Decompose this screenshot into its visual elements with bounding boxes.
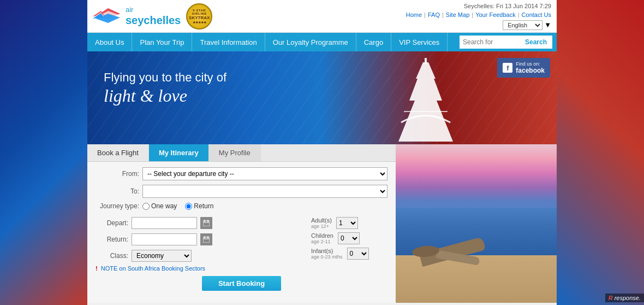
nav-search-area: Search: [455, 33, 557, 51]
search-button[interactable]: Search: [520, 36, 552, 49]
nav-travel-info[interactable]: Travel Information: [192, 33, 265, 51]
from-label: From:: [96, 170, 139, 178]
depart-label: Depart:: [96, 219, 128, 227]
banner-text: Flying you to the city of light & love: [104, 71, 226, 106]
facebook-badge[interactable]: f Find us on: facebook: [497, 58, 550, 78]
nav-about-us[interactable]: About Us: [87, 33, 132, 51]
south-africa-note-link[interactable]: NOTE on South Africa Booking Sectors: [101, 265, 205, 272]
top-bar: air seychelles 5 STAR AIRLINE SKYTRAX ★★…: [87, 0, 557, 33]
feedback-link[interactable]: Your Feedback: [475, 11, 516, 18]
adults-age: age 12+: [311, 224, 332, 229]
booking-form: From: -- Select your departure city -- T…: [87, 162, 396, 217]
contact-link[interactable]: Contact Us: [522, 11, 551, 18]
facebook-text: Find us on: facebook: [516, 61, 545, 74]
content-area: Book a Flight My Itinerary My Profile Fr…: [87, 144, 557, 303]
skytrax-badge: 5 STAR AIRLINE SKYTRAX ★★★★★: [186, 3, 212, 30]
children-select[interactable]: 0123: [338, 232, 360, 244]
search-input[interactable]: [460, 36, 520, 49]
children-label: Children: [311, 232, 333, 239]
dropdown-arrow-icon: ▼: [544, 21, 551, 29]
note-row: ! NOTE on South Africa Booking Sectors: [87, 263, 396, 274]
start-booking-button[interactable]: Start Booking: [202, 276, 281, 291]
depart-row: Depart:: [96, 217, 300, 229]
nav-vip[interactable]: VIP Services: [391, 33, 448, 51]
journey-row: Journey type: One way Return: [96, 202, 387, 210]
svg-rect-17: [203, 237, 210, 243]
return-option[interactable]: Return: [185, 202, 213, 210]
eiffel-tower-icon: [393, 57, 458, 144]
logo-area: air seychelles 5 STAR AIRLINE SKYTRAX ★★…: [87, 3, 212, 30]
journey-radio-group: One way Return: [142, 202, 213, 210]
language-selector[interactable]: English Français Deutsch ▼: [503, 20, 551, 30]
from-select[interactable]: -- Select your departure city --: [142, 167, 387, 180]
return-date-label: Return:: [96, 236, 128, 243]
beach-photo: [396, 144, 557, 303]
note-symbol: !: [96, 265, 98, 272]
class-row: Class: Economy Business First: [96, 250, 300, 262]
tab-my-profile[interactable]: My Profile: [209, 144, 261, 161]
passengers-area: Adult(s) age 12+ 12345 Children age 2-11: [311, 217, 387, 263]
faq-link[interactable]: FAQ: [428, 11, 440, 18]
photo-panel: [396, 144, 557, 303]
to-label: To:: [96, 187, 139, 195]
bottom-form: Depart: Return:: [87, 217, 396, 263]
tabs-bar: Book a Flight My Itinerary My Profile: [87, 144, 396, 162]
infants-select[interactable]: 012: [347, 248, 369, 260]
svg-marker-8: [398, 101, 453, 142]
infants-row: Infant(s) age 0-23 mths 012: [311, 248, 387, 260]
calendar-icon-2: [203, 236, 210, 243]
one-way-radio[interactable]: [142, 203, 150, 210]
svg-marker-9: [409, 79, 442, 101]
calendar-icon: [203, 220, 210, 226]
dates-class-area: Depart: Return:: [96, 217, 300, 263]
tab-book-flight[interactable]: Book a Flight: [87, 144, 149, 161]
from-row: From: -- Select your departure city --: [96, 167, 387, 180]
booking-panel: Book a Flight My Itinerary My Profile Fr…: [87, 144, 396, 303]
svg-marker-10: [416, 62, 436, 79]
svg-rect-11: [425, 58, 427, 63]
children-row: Children age 2-11 0123: [311, 232, 387, 244]
depart-input[interactable]: [132, 217, 197, 229]
home-link[interactable]: Home: [406, 11, 422, 18]
one-way-option[interactable]: One way: [142, 202, 177, 210]
to-row: To:: [96, 185, 387, 198]
hero-banner: Flying you to the city of light & love f…: [87, 51, 557, 144]
infants-label: Infant(s): [311, 248, 343, 254]
return-calendar-button[interactable]: [200, 233, 212, 245]
return-input[interactable]: [132, 233, 197, 245]
bg-right-panel: [557, 0, 644, 305]
bg-left-panel: [0, 0, 87, 305]
date-info: Seychelles: Fri 13 Jun 2014 7:29: [464, 3, 551, 9]
top-links: Home | FAQ | Site Map | Your Feedback | …: [406, 11, 551, 18]
journey-label: Journey type:: [96, 202, 139, 210]
depart-calendar-button[interactable]: [200, 217, 212, 229]
banner-line1: Flying you to the city of: [104, 71, 226, 85]
class-label: Class:: [96, 252, 128, 260]
watermark: R response.: [605, 294, 644, 302]
banner-line2: light & love: [104, 86, 226, 106]
nav-plan-trip[interactable]: Plan Your Trip: [132, 33, 192, 51]
main-wrapper: air seychelles 5 STAR AIRLINE SKYTRAX ★★…: [87, 0, 557, 305]
nav-cargo[interactable]: Cargo: [356, 33, 391, 51]
facebook-icon: f: [503, 63, 512, 73]
top-right: Seychelles: Fri 13 Jun 2014 7:29 Home | …: [406, 3, 551, 30]
logo-text: air seychelles: [126, 6, 181, 26]
logo-bird-icon: [93, 5, 123, 27]
nav-bar: About Us Plan Your Trip Travel Informati…: [87, 33, 557, 51]
children-age: age 2-11: [311, 239, 333, 244]
adults-row: Adult(s) age 12+ 12345: [311, 217, 387, 229]
class-select[interactable]: Economy Business First: [132, 250, 192, 262]
sitemap-link[interactable]: Site Map: [446, 11, 469, 18]
infants-age: age 0-23 mths: [311, 254, 343, 260]
return-date-row: Return:: [96, 233, 300, 245]
adults-label: Adult(s): [311, 217, 332, 224]
language-dropdown[interactable]: English Français Deutsch: [503, 20, 542, 30]
adults-select[interactable]: 12345: [336, 217, 358, 229]
tab-my-itinerary[interactable]: My Itinerary: [149, 144, 209, 161]
to-select[interactable]: [142, 185, 387, 198]
nav-loyalty[interactable]: Our Loyalty Programme: [265, 33, 356, 51]
svg-rect-13: [203, 221, 210, 226]
return-radio[interactable]: [185, 203, 192, 210]
